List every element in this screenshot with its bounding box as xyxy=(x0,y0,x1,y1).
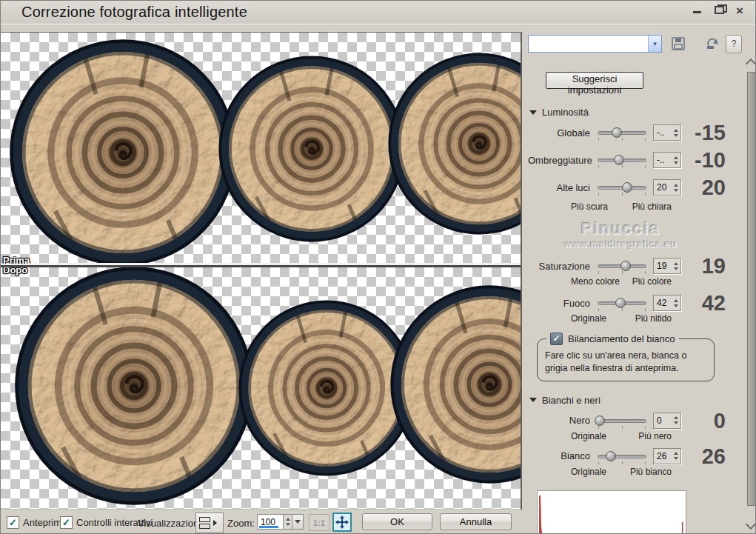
white-slider-thumb[interactable] xyxy=(606,451,616,461)
global-spinbox[interactable]: -.. xyxy=(653,124,681,141)
suggest-settings-button[interactable]: Suggerisci impostazioni xyxy=(546,72,643,89)
white-balance-note: Fare clic su un'area nera, bianca o grig… xyxy=(545,350,706,375)
after-pane[interactable]: Dopo xyxy=(1,267,521,509)
annotation-value: 42 xyxy=(681,293,726,313)
saturation-slider-thumb[interactable] xyxy=(620,261,631,271)
scroll-up-icon[interactable] xyxy=(746,59,756,69)
pan-navigate-button[interactable] xyxy=(332,513,352,532)
annotation-value: -15 xyxy=(681,123,726,142)
close-button[interactable]: × xyxy=(736,4,748,15)
scale-label-blacker: Più nero xyxy=(638,431,672,441)
black-spinbox[interactable]: 0 xyxy=(653,413,681,429)
before-preview-image xyxy=(1,33,521,264)
shadows-slider-thumb[interactable] xyxy=(614,155,624,165)
slider-row-focus: Fuoco 42 42 xyxy=(528,294,747,312)
white-balance-checkbox[interactable]: ✓ xyxy=(550,333,563,345)
annotation-value: -10 xyxy=(681,150,726,170)
slider-row-shadows: Ombreggiature -.. -10 xyxy=(528,151,747,169)
scale-label-less-color: Meno colore xyxy=(571,276,620,287)
white-slider[interactable] xyxy=(598,450,646,463)
watermark: Pinuccia www.maidiregrafica.eu xyxy=(528,219,713,250)
annotation-value: 0 xyxy=(681,411,726,430)
watermark-site: www.maidiregrafica.eu xyxy=(528,238,713,250)
scroll-down-icon[interactable] xyxy=(746,519,756,530)
reset-to-default-icon[interactable] xyxy=(705,36,721,51)
white-balance-group: ✓ Bilanciamento del bianco Fare clic su … xyxy=(537,338,715,381)
spinner-arrows[interactable] xyxy=(672,452,680,460)
title-bar[interactable]: Correzione fotografica intelligente × xyxy=(1,1,755,24)
spinner-arrows[interactable] xyxy=(672,184,680,192)
scale-label-lighter: Più chiara xyxy=(632,201,672,212)
shadows-spinbox[interactable]: -.. xyxy=(653,152,681,168)
spinner-arrows[interactable] xyxy=(672,299,680,307)
saturation-spinbox[interactable]: 19 xyxy=(653,258,681,274)
zoom-value[interactable]: 100 xyxy=(257,514,284,530)
highlights-slider[interactable] xyxy=(598,181,646,194)
minimize-button[interactable] xyxy=(692,4,703,15)
highlights-slider-thumb[interactable] xyxy=(622,182,632,193)
section-blacks-whites[interactable]: Bianchi e neri xyxy=(529,395,747,406)
preview-checkbox[interactable]: ✓ xyxy=(7,516,19,529)
scrollbar-thumb[interactable] xyxy=(747,72,756,506)
ok-button[interactable]: OK xyxy=(362,513,432,530)
histogram-chart xyxy=(538,491,686,534)
spinner-arrows[interactable] xyxy=(672,156,680,164)
focus-slider[interactable] xyxy=(598,296,646,310)
highlights-spinbox[interactable]: 20 xyxy=(653,179,681,196)
preview-area: Prima Dopo xyxy=(1,32,522,510)
chevron-down-icon[interactable]: ▼ xyxy=(648,36,661,52)
spinner-arrows[interactable] xyxy=(672,416,680,424)
after-preview-image xyxy=(1,267,521,509)
actual-size-button[interactable]: 1:1 xyxy=(309,514,330,531)
focus-slider-thumb[interactable] xyxy=(615,298,626,308)
slider-row-global: Globale -.. -15 xyxy=(528,124,747,141)
help-button[interactable]: ? xyxy=(726,35,742,53)
save-preset-icon[interactable] xyxy=(671,36,686,51)
global-slider[interactable] xyxy=(598,126,646,139)
shadows-slider[interactable] xyxy=(598,153,646,167)
annotation-value: 26 xyxy=(681,447,726,466)
zoom-spinner-arrows[interactable] xyxy=(284,514,292,530)
flyout-arrow-icon[interactable] xyxy=(213,520,217,526)
before-pane[interactable]: Prima xyxy=(1,33,521,264)
scale-label-whiter: Più bianco xyxy=(630,467,672,477)
cancel-button[interactable]: Annulla xyxy=(440,513,512,530)
black-slider[interactable] xyxy=(598,414,646,427)
spinner-arrows[interactable] xyxy=(672,129,680,137)
interactive-controls-checkbox[interactable]: ✓ xyxy=(60,516,73,529)
slider-row-highlights: Alte luci 20 20 xyxy=(528,178,747,196)
slider-row-white: Bianco 26 26 xyxy=(528,447,747,465)
scale-label-original: Originale xyxy=(571,467,606,477)
slider-row-saturation: Saturazione 19 19 xyxy=(528,257,747,275)
settings-panel: ▼ ? Suggerisci impostazioni Luminosità xyxy=(528,35,747,534)
scale-label-darker: Più scura xyxy=(571,201,608,212)
global-slider-thumb[interactable] xyxy=(612,127,622,138)
scale-label-more-color: Più colore xyxy=(632,276,672,287)
spinner-arrows[interactable] xyxy=(672,262,680,270)
collapse-triangle-icon[interactable] xyxy=(529,398,537,402)
zoom-label: Zoom: xyxy=(227,518,255,529)
dialog-title: Correzione fotografica intelligente xyxy=(21,4,247,21)
split-horizontal-icon xyxy=(199,517,210,529)
section-luminosity[interactable]: Luminosità xyxy=(529,107,747,118)
view-mode-button[interactable] xyxy=(195,513,224,533)
scale-label-original: Originale xyxy=(571,431,606,441)
restore-button[interactable] xyxy=(714,4,726,15)
histogram-preview xyxy=(537,490,686,534)
close-icon: × xyxy=(736,4,743,18)
focus-spinbox[interactable]: 42 xyxy=(653,295,681,311)
preset-combobox[interactable]: ▼ xyxy=(528,35,662,53)
before-label: Prima xyxy=(3,255,30,264)
black-slider-thumb[interactable] xyxy=(595,415,605,426)
saturation-slider[interactable] xyxy=(598,259,646,273)
zoom-spinbox[interactable]: 100 xyxy=(257,514,304,530)
panel-scrollbar[interactable] xyxy=(746,59,756,530)
zoom-dropdown-button[interactable] xyxy=(292,514,304,530)
annotation-value: 20 xyxy=(681,178,726,197)
after-label: Dopo xyxy=(3,267,27,276)
four-way-arrow-icon xyxy=(335,515,349,529)
minimize-icon xyxy=(693,11,701,13)
collapse-triangle-icon[interactable] xyxy=(529,110,537,115)
watermark-name: Pinuccia xyxy=(528,219,713,238)
white-spinbox[interactable]: 26 xyxy=(653,448,681,464)
